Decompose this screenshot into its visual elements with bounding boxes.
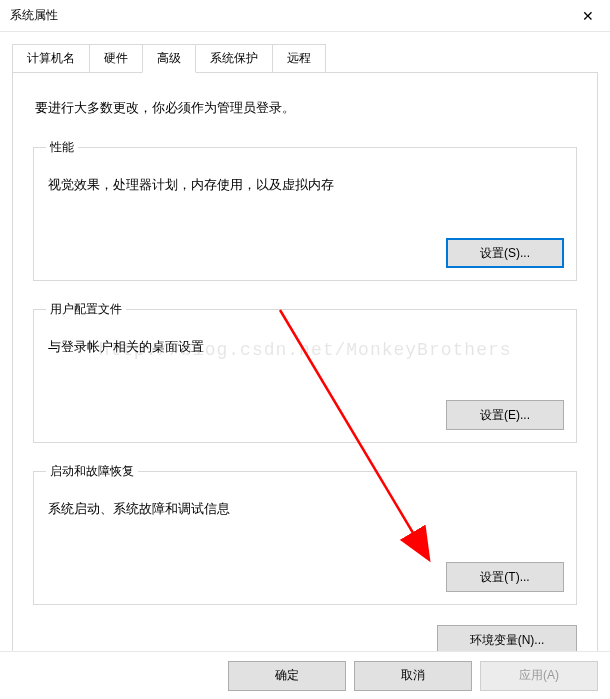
tab-advanced[interactable]: 高级 (142, 44, 196, 73)
group-user-profiles: 用户配置文件 与登录帐户相关的桌面设置 设置(E)... (33, 301, 577, 443)
button-label: 应用(A) (519, 668, 559, 682)
user-profiles-desc: 与登录帐户相关的桌面设置 (48, 338, 564, 356)
dialog-footer: 确定 取消 应用(A) (0, 651, 610, 699)
dialog-content: 计算机名 硬件 高级 系统保护 远程 要进行大多数更改，你必须作为管理员登录。 … (0, 32, 610, 684)
group-startup-recovery-legend: 启动和故障恢复 (46, 463, 138, 480)
tab-label: 计算机名 (27, 51, 75, 65)
button-label: 取消 (401, 668, 425, 682)
group-performance: 性能 视觉效果，处理器计划，内存使用，以及虚拟内存 设置(S)... (33, 139, 577, 281)
button-label: 设置(E)... (480, 408, 530, 422)
ok-button[interactable]: 确定 (228, 661, 346, 691)
admin-note: 要进行大多数更改，你必须作为管理员登录。 (35, 99, 577, 117)
button-label: 设置(T)... (480, 570, 529, 584)
tab-label: 硬件 (104, 51, 128, 65)
group-user-profiles-legend: 用户配置文件 (46, 301, 126, 318)
cancel-button[interactable]: 取消 (354, 661, 472, 691)
close-icon: ✕ (582, 8, 594, 24)
tab-computer-name[interactable]: 计算机名 (12, 44, 90, 72)
user-profiles-settings-button[interactable]: 设置(E)... (446, 400, 564, 430)
window-title: 系统属性 (10, 7, 58, 24)
group-performance-legend: 性能 (46, 139, 78, 156)
tab-hardware[interactable]: 硬件 (89, 44, 143, 72)
button-label: 确定 (275, 668, 299, 682)
close-button[interactable]: ✕ (566, 0, 610, 32)
title-bar: 系统属性 ✕ (0, 0, 610, 32)
group-startup-recovery: 启动和故障恢复 系统启动、系统故障和调试信息 设置(T)... (33, 463, 577, 605)
performance-desc: 视觉效果，处理器计划，内存使用，以及虚拟内存 (48, 176, 564, 194)
tab-strip: 计算机名 硬件 高级 系统保护 远程 (12, 44, 598, 73)
startup-recovery-settings-button[interactable]: 设置(T)... (446, 562, 564, 592)
startup-recovery-desc: 系统启动、系统故障和调试信息 (48, 500, 564, 518)
tab-label: 远程 (287, 51, 311, 65)
tab-remote[interactable]: 远程 (272, 44, 326, 72)
button-label: 环境变量(N)... (470, 633, 545, 647)
tab-label: 高级 (157, 51, 181, 65)
apply-button[interactable]: 应用(A) (480, 661, 598, 691)
tab-system-protection[interactable]: 系统保护 (195, 44, 273, 72)
tab-panel-advanced: 要进行大多数更改，你必须作为管理员登录。 性能 视觉效果，处理器计划，内存使用，… (12, 73, 598, 684)
performance-settings-button[interactable]: 设置(S)... (446, 238, 564, 268)
button-label: 设置(S)... (480, 246, 530, 260)
tab-label: 系统保护 (210, 51, 258, 65)
